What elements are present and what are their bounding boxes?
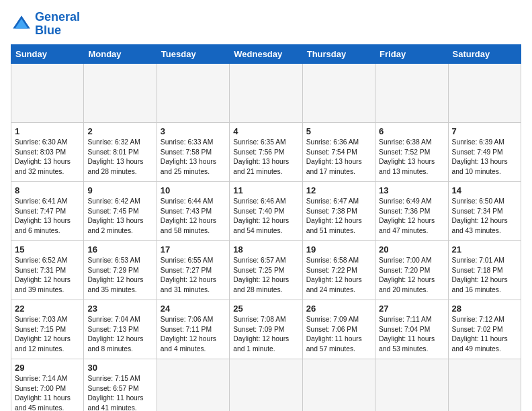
day-number: 4 <box>233 126 298 136</box>
day-info: Sunrise: 7:11 AM Sunset: 7:04 PM Dayligh… <box>379 315 444 355</box>
day-info: Sunrise: 6:52 AM Sunset: 7:31 PM Dayligh… <box>15 256 80 296</box>
day-of-week-header: Wednesday <box>230 44 302 63</box>
calendar-cell: 11Sunrise: 6:46 AM Sunset: 7:40 PM Dayli… <box>230 181 302 240</box>
day-info: Sunrise: 7:12 AM Sunset: 7:02 PM Dayligh… <box>452 315 517 355</box>
day-info: Sunrise: 6:39 AM Sunset: 7:49 PM Dayligh… <box>452 138 517 178</box>
calendar-cell: 26Sunrise: 7:09 AM Sunset: 7:06 PM Dayli… <box>302 300 375 359</box>
day-info: Sunrise: 6:41 AM Sunset: 7:47 PM Dayligh… <box>15 197 80 237</box>
day-info: Sunrise: 6:36 AM Sunset: 7:54 PM Dayligh… <box>306 138 371 178</box>
day-number: 20 <box>379 244 444 255</box>
day-number: 19 <box>306 244 371 255</box>
day-info: Sunrise: 6:30 AM Sunset: 8:03 PM Dayligh… <box>15 138 80 178</box>
day-info: Sunrise: 7:06 AM Sunset: 7:11 PM Dayligh… <box>161 315 226 355</box>
calendar-cell: 15Sunrise: 6:52 AM Sunset: 7:31 PM Dayli… <box>11 240 84 300</box>
day-info: Sunrise: 6:33 AM Sunset: 7:58 PM Dayligh… <box>161 138 226 178</box>
calendar-cell <box>230 359 302 411</box>
calendar-cell: 4Sunrise: 6:35 AM Sunset: 7:56 PM Daylig… <box>230 122 302 181</box>
day-info: Sunrise: 7:00 AM Sunset: 7:20 PM Dayligh… <box>379 256 444 296</box>
calendar-cell: 13Sunrise: 6:49 AM Sunset: 7:36 PM Dayli… <box>375 181 448 240</box>
calendar-week-row: 15Sunrise: 6:52 AM Sunset: 7:31 PM Dayli… <box>11 240 521 300</box>
day-number: 13 <box>379 185 444 195</box>
day-info: Sunrise: 6:47 AM Sunset: 7:38 PM Dayligh… <box>306 197 371 237</box>
calendar-cell <box>84 63 157 122</box>
day-info: Sunrise: 6:35 AM Sunset: 7:56 PM Dayligh… <box>233 138 298 178</box>
day-number: 12 <box>306 185 371 195</box>
calendar-cell: 23Sunrise: 7:04 AM Sunset: 7:13 PM Dayli… <box>84 300 157 359</box>
day-info: Sunrise: 7:14 AM Sunset: 7:00 PM Dayligh… <box>15 374 80 411</box>
day-number: 11 <box>233 185 298 195</box>
calendar-cell: 16Sunrise: 6:53 AM Sunset: 7:29 PM Dayli… <box>84 240 157 300</box>
day-number: 8 <box>15 185 80 195</box>
day-info: Sunrise: 6:49 AM Sunset: 7:36 PM Dayligh… <box>379 197 444 237</box>
day-info: Sunrise: 7:15 AM Sunset: 6:57 PM Dayligh… <box>87 374 152 411</box>
calendar-cell: 9Sunrise: 6:42 AM Sunset: 7:45 PM Daylig… <box>84 181 157 240</box>
day-number: 17 <box>161 244 226 255</box>
day-number: 7 <box>452 126 517 136</box>
day-number: 23 <box>87 304 152 314</box>
day-info: Sunrise: 6:46 AM Sunset: 7:40 PM Dayligh… <box>233 197 298 237</box>
calendar-week-row: 8Sunrise: 6:41 AM Sunset: 7:47 PM Daylig… <box>11 181 521 240</box>
day-number: 1 <box>15 126 80 136</box>
day-number: 27 <box>379 304 444 314</box>
calendar-cell <box>11 63 84 122</box>
calendar-cell: 20Sunrise: 7:00 AM Sunset: 7:20 PM Dayli… <box>375 240 448 300</box>
logo: General Blue <box>11 11 80 38</box>
calendar-cell: 24Sunrise: 7:06 AM Sunset: 7:11 PM Dayli… <box>157 300 229 359</box>
calendar-cell: 22Sunrise: 7:03 AM Sunset: 7:15 PM Dayli… <box>11 300 84 359</box>
calendar-cell: 18Sunrise: 6:57 AM Sunset: 7:25 PM Dayli… <box>230 240 302 300</box>
day-of-week-header: Sunday <box>11 44 84 63</box>
calendar-cell: 21Sunrise: 7:01 AM Sunset: 7:18 PM Dayli… <box>448 240 521 300</box>
calendar-cell: 1Sunrise: 6:30 AM Sunset: 8:03 PM Daylig… <box>11 122 84 181</box>
day-number: 15 <box>15 244 80 255</box>
page-header: General Blue <box>11 11 521 38</box>
calendar-cell: 2Sunrise: 6:32 AM Sunset: 8:01 PM Daylig… <box>84 122 157 181</box>
calendar-cell <box>302 63 375 122</box>
day-number: 3 <box>161 126 226 136</box>
calendar-cell <box>157 359 229 411</box>
day-number: 29 <box>15 363 80 373</box>
day-number: 5 <box>306 126 371 136</box>
calendar-cell: 6Sunrise: 6:38 AM Sunset: 7:52 PM Daylig… <box>375 122 448 181</box>
calendar-cell <box>448 63 521 122</box>
day-number: 10 <box>161 185 226 195</box>
day-info: Sunrise: 6:58 AM Sunset: 7:22 PM Dayligh… <box>306 256 371 296</box>
calendar-cell <box>157 63 229 122</box>
calendar-cell: 29Sunrise: 7:14 AM Sunset: 7:00 PM Dayli… <box>11 359 84 411</box>
calendar-cell: 7Sunrise: 6:39 AM Sunset: 7:49 PM Daylig… <box>448 122 521 181</box>
calendar-cell: 14Sunrise: 6:50 AM Sunset: 7:34 PM Dayli… <box>448 181 521 240</box>
day-info: Sunrise: 6:50 AM Sunset: 7:34 PM Dayligh… <box>452 197 517 237</box>
day-number: 30 <box>87 363 152 373</box>
day-number: 24 <box>161 304 226 314</box>
calendar-cell: 3Sunrise: 6:33 AM Sunset: 7:58 PM Daylig… <box>157 122 229 181</box>
day-number: 26 <box>306 304 371 314</box>
day-of-week-header: Tuesday <box>157 44 229 63</box>
day-number: 21 <box>452 244 517 255</box>
calendar-table: SundayMondayTuesdayWednesdayThursdayFrid… <box>11 44 521 411</box>
day-info: Sunrise: 7:08 AM Sunset: 7:09 PM Dayligh… <box>233 315 298 355</box>
calendar-week-row: 1Sunrise: 6:30 AM Sunset: 8:03 PM Daylig… <box>11 122 521 181</box>
calendar-cell <box>448 359 521 411</box>
day-number: 16 <box>87 244 152 255</box>
calendar-week-row <box>11 63 521 122</box>
calendar-week-row: 22Sunrise: 7:03 AM Sunset: 7:15 PM Dayli… <box>11 300 521 359</box>
logo-icon <box>11 13 32 35</box>
calendar-cell: 5Sunrise: 6:36 AM Sunset: 7:54 PM Daylig… <box>302 122 375 181</box>
day-info: Sunrise: 6:53 AM Sunset: 7:29 PM Dayligh… <box>87 256 152 296</box>
calendar-cell: 8Sunrise: 6:41 AM Sunset: 7:47 PM Daylig… <box>11 181 84 240</box>
calendar-cell: 19Sunrise: 6:58 AM Sunset: 7:22 PM Dayli… <box>302 240 375 300</box>
day-number: 25 <box>233 304 298 314</box>
calendar-cell: 28Sunrise: 7:12 AM Sunset: 7:02 PM Dayli… <box>448 300 521 359</box>
calendar-cell: 30Sunrise: 7:15 AM Sunset: 6:57 PM Dayli… <box>84 359 157 411</box>
calendar-cell <box>375 63 448 122</box>
logo-text: General Blue <box>35 11 80 38</box>
calendar-cell: 27Sunrise: 7:11 AM Sunset: 7:04 PM Dayli… <box>375 300 448 359</box>
day-info: Sunrise: 7:09 AM Sunset: 7:06 PM Dayligh… <box>306 315 371 355</box>
day-number: 14 <box>452 185 517 195</box>
day-number: 22 <box>15 304 80 314</box>
day-info: Sunrise: 7:04 AM Sunset: 7:13 PM Dayligh… <box>87 315 152 355</box>
day-number: 9 <box>87 185 152 195</box>
calendar-cell: 17Sunrise: 6:55 AM Sunset: 7:27 PM Dayli… <box>157 240 229 300</box>
day-info: Sunrise: 7:01 AM Sunset: 7:18 PM Dayligh… <box>452 256 517 296</box>
day-info: Sunrise: 6:32 AM Sunset: 8:01 PM Dayligh… <box>87 138 152 178</box>
day-number: 2 <box>87 126 152 136</box>
